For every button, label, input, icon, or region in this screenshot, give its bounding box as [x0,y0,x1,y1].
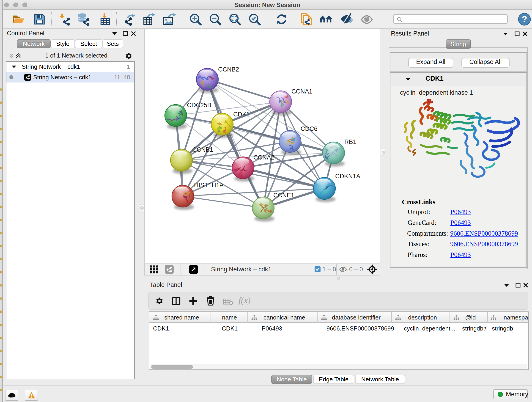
svg-text:CCNE1: CCNE1 [273,192,294,199]
svg-text:HIST1H1A: HIST1H1A [194,182,224,189]
svg-text:CDK1: CDK1 [233,111,250,118]
svg-text:CCNA1: CCNA1 [291,88,312,95]
svg-text:CDC6: CDC6 [301,125,317,132]
svg-text:CCNB2: CCNB2 [218,66,239,73]
svg-text:CCNB1: CCNB1 [192,146,213,153]
svg-text:CDKN1A: CDKN1A [335,173,360,180]
svg-text:CDC25B: CDC25B [187,102,211,109]
svg-text:RB1: RB1 [344,138,356,145]
svg-text:CCNA2: CCNA2 [253,154,274,161]
svg-text:?: ? [522,14,527,24]
